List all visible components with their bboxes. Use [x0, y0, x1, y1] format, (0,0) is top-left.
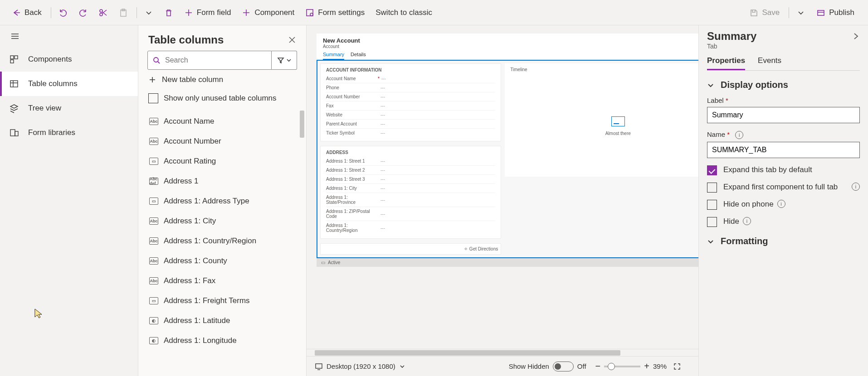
expand-first-label: Expand first component to full tab — [723, 183, 848, 192]
field-value: --- — [381, 76, 386, 81]
formatting-header[interactable]: Formatting — [707, 236, 860, 246]
info-icon[interactable]: i — [777, 200, 785, 208]
zoom-out-button[interactable]: − — [595, 361, 601, 371]
form-field[interactable]: Parent Account--- — [326, 120, 495, 129]
form-field[interactable]: Fax--- — [326, 101, 495, 111]
zoom-in-button[interactable]: + — [644, 361, 649, 371]
form-field[interactable]: Address 1: Street 1--- — [326, 157, 495, 166]
chevron-right-icon[interactable] — [852, 32, 860, 40]
form-field[interactable]: Address 1: Street 3--- — [326, 175, 495, 184]
hide-checkbox[interactable] — [707, 217, 717, 227]
delete-button[interactable] — [160, 5, 178, 20]
form-settings-icon — [305, 8, 314, 17]
viewport-selector[interactable]: Desktop (1920 x 1080) — [315, 362, 405, 371]
scrollbar-track[interactable] — [301, 110, 305, 376]
column-item[interactable]: AbcAddress 1: Fax — [149, 271, 306, 291]
section-account-info[interactable]: ACCOUNT INFORMATION Account Name*---Phon… — [320, 63, 501, 141]
form-settings-button[interactable]: Form settings — [301, 5, 369, 20]
zoom-slider[interactable] — [604, 366, 640, 367]
paste-more-button[interactable] — [140, 5, 158, 20]
filter-button[interactable] — [272, 51, 297, 70]
form-field[interactable]: Address 1: Street 2--- — [326, 166, 495, 175]
column-item[interactable]: AbcAccount Name — [149, 111, 306, 131]
expand-first-checkbox[interactable] — [707, 183, 717, 193]
column-item[interactable]: ◐Address 1: Latitude — [149, 311, 306, 331]
scrollbar-thumb[interactable] — [300, 111, 304, 138]
name-input[interactable] — [707, 142, 860, 158]
search-input[interactable] — [165, 56, 271, 64]
info-icon[interactable]: i — [852, 183, 860, 191]
props-tab[interactable]: Properties — [707, 56, 745, 70]
nav-components[interactable]: Components — [0, 47, 138, 72]
redo-button[interactable] — [74, 5, 92, 20]
form-title: New Account — [323, 37, 698, 44]
info-icon[interactable]: i — [735, 131, 743, 139]
display-options-header[interactable]: Display options — [707, 80, 860, 90]
new-table-column-button[interactable]: New table column — [138, 70, 306, 90]
form-field[interactable]: Address 1: ZIP/Postal Code--- — [326, 207, 495, 221]
form-field[interactable]: Ticker Symbol--- — [326, 129, 495, 137]
name-field-label: Name * i — [707, 130, 860, 139]
column-item[interactable]: ▭Address 1: Freight Terms — [149, 291, 306, 311]
type-icon: Abc — [149, 118, 158, 125]
add-form-field-button[interactable]: Form field — [180, 5, 236, 20]
scrollbar-thumb[interactable] — [315, 350, 620, 356]
form-header[interactable]: New Account Account SummaryDetails — [317, 34, 698, 61]
divider — [789, 7, 789, 18]
show-unused-label: Show only unused table columns — [164, 94, 277, 103]
nav-form-libraries[interactable]: Form libraries — [0, 121, 138, 145]
info-icon[interactable]: i — [743, 217, 751, 225]
form-field[interactable]: Account Name*--- — [326, 74, 495, 83]
column-list[interactable]: AbcAccount NameAbcAccount Number▭Account… — [138, 110, 306, 376]
column-item[interactable]: AbcAccount Number — [149, 131, 306, 151]
column-label: Address 1: City — [164, 217, 216, 226]
form-field[interactable]: Account Number--- — [326, 92, 495, 101]
field-value: --- — [380, 94, 385, 99]
hide-phone-label: Hide on phone — [723, 200, 774, 209]
form-footer[interactable]: ▭Active — [317, 258, 698, 267]
column-item[interactable]: ▭Account Rating — [149, 151, 306, 171]
section-timeline[interactable]: Timeline Almost there — [505, 63, 698, 177]
switch-classic-button[interactable]: Switch to classic — [371, 5, 437, 20]
column-item[interactable]: AbcAddress 1: City — [149, 211, 306, 231]
form-field[interactable]: Address 1: Country/Region--- — [326, 221, 495, 235]
get-directions-button[interactable]: ✧Get Directions — [320, 243, 501, 255]
save-more-button[interactable] — [792, 5, 810, 20]
layers-icon — [9, 103, 19, 113]
column-item[interactable]: ◐Address 1: Longitude — [149, 331, 306, 351]
back-button[interactable]: Back — [7, 5, 46, 20]
nav-table-columns[interactable]: Table columns — [0, 72, 138, 96]
publish-button[interactable]: Publish — [812, 5, 859, 20]
type-icon: ◐ — [149, 337, 158, 344]
type-icon: Abc def — [149, 178, 158, 185]
form-field[interactable]: Website--- — [326, 111, 495, 120]
form-tab[interactable]: Details — [351, 52, 366, 60]
column-item[interactable]: ▭Address 1: Address Type — [149, 191, 306, 211]
chevron-down-icon — [286, 58, 292, 63]
hide-phone-checkbox[interactable] — [707, 200, 717, 210]
column-item[interactable]: AbcAddress 1: County — [149, 251, 306, 271]
add-component-button[interactable]: Component — [237, 5, 299, 20]
form-field[interactable]: Address 1: State/Province--- — [326, 193, 495, 207]
form-tab[interactable]: Summary — [323, 52, 344, 60]
fit-screen-icon[interactable] — [673, 362, 681, 371]
nav-tree-view[interactable]: Tree view — [0, 96, 138, 121]
show-hidden-toggle[interactable] — [553, 362, 574, 371]
column-item[interactable]: Abc defAddress 1 — [149, 171, 306, 191]
undo-button[interactable] — [54, 5, 72, 20]
label-input[interactable] — [707, 107, 860, 123]
timeline-placeholder-icon — [611, 116, 625, 126]
cut-button[interactable] — [94, 5, 112, 20]
hamburger-button[interactable] — [0, 25, 138, 47]
form-field[interactable]: Phone--- — [326, 83, 495, 92]
close-icon[interactable] — [288, 36, 296, 44]
show-unused-checkbox[interactable] — [148, 93, 158, 103]
column-item[interactable]: AbcAddress 1: Country/Region — [149, 231, 306, 251]
search-input-wrapper[interactable] — [147, 51, 272, 70]
props-tab[interactable]: Events — [758, 56, 781, 70]
form-field[interactable]: Address 1: City--- — [326, 184, 495, 193]
expand-default-checkbox[interactable] — [707, 165, 717, 175]
section-address[interactable]: ADDRESS Address 1: Street 1---Address 1:… — [320, 146, 501, 239]
svg-rect-8 — [15, 56, 18, 59]
horizontal-scrollbar[interactable] — [307, 349, 698, 356]
